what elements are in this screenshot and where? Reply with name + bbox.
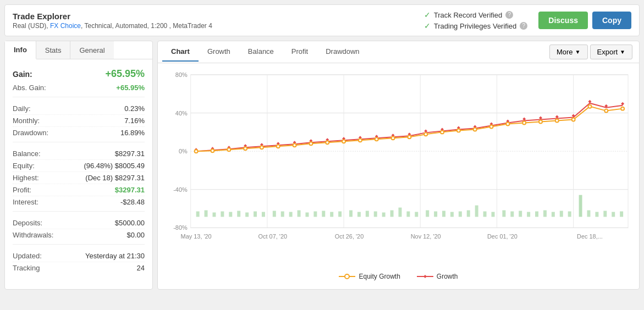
svg-point-117 [572, 118, 575, 121]
abs-gain-value: +65.95% [116, 84, 145, 92]
header: Trade Explorer Real (USD), FX Choice, Te… [4, 4, 640, 36]
left-panel: Info Stats General Gain: +65.95% Abs. Ga… [4, 41, 153, 290]
equity-label: Equity: [13, 162, 35, 170]
performance-section: Daily: 0.23% Monthly: 7.16% Drawdown: 16… [13, 103, 145, 142]
svg-point-110 [457, 129, 460, 132]
svg-point-111 [474, 128, 477, 131]
tracking-label: Tracking [13, 264, 40, 272]
svg-rect-18 [212, 213, 216, 217]
svg-rect-20 [229, 212, 232, 217]
svg-rect-33 [338, 212, 342, 217]
equity-legend-label: Equity Growth [359, 273, 400, 280]
export-label: Export [597, 48, 618, 56]
profit-label: Profit: [13, 186, 31, 194]
daily-value: 0.23% [124, 104, 145, 113]
highest-row: Highest: (Dec 18) $8297.31 [13, 172, 145, 184]
track-record-label: Track Record Verified [434, 11, 503, 19]
header-buttons: Discuss Copy [538, 12, 631, 29]
track-record-verified: ✓ Track Record Verified ? [424, 10, 528, 19]
svg-rect-62 [587, 211, 590, 217]
deposits-row: Deposits: $5000.00 [13, 217, 145, 229]
svg-point-100 [293, 143, 296, 147]
balance-value: $8297.31 [115, 150, 145, 158]
profit-value: $3297.31 [115, 186, 145, 194]
chart-tab-growth[interactable]: Growth [199, 42, 239, 62]
withdrawals-row: Withdrawals: $0.00 [13, 229, 145, 241]
withdrawals-label: Withdrawals: [13, 231, 53, 239]
chart-tab-balance[interactable]: Balance [239, 42, 283, 62]
svg-text:40%: 40% [175, 110, 188, 117]
svg-text:80%: 80% [175, 71, 188, 78]
tab-info[interactable]: Info [5, 41, 36, 59]
chart-tab-profit[interactable]: Profit [283, 42, 317, 62]
export-button[interactable]: Export ▼ [590, 45, 632, 59]
chart-tab-drawdown[interactable]: Drawdown [317, 42, 368, 62]
svg-point-95 [211, 149, 214, 152]
check-icon-2: ✓ [424, 21, 431, 30]
svg-text:Oct 26, '20: Oct 26, '20 [335, 233, 364, 240]
legend-growth: Growth [417, 273, 458, 280]
help-icon-2[interactable]: ? [520, 22, 527, 30]
gain-section: Gain: +65.95% Abs. Gain: +65.95% [13, 66, 145, 97]
svg-rect-54 [519, 211, 522, 217]
more-arrow-icon: ▼ [575, 49, 581, 55]
drawdown-value: 16.89% [120, 129, 145, 137]
interest-value: -$28.48 [120, 198, 145, 206]
updated-value: Yesterday at 21:30 [85, 252, 145, 260]
highest-value: (Dec 18) $8297.31 [85, 174, 145, 182]
highest-label: Highest: [13, 174, 39, 182]
equity-legend-icon [339, 273, 355, 280]
gain-label: Gain: [13, 70, 32, 79]
svg-text:Dec 01, '20: Dec 01, '20 [487, 233, 518, 240]
left-tabs-nav: Info Stats General [5, 41, 152, 59]
header-subtitle: Real (USD), FX Choice, Technical, Automa… [13, 22, 212, 30]
copy-button[interactable]: Copy [592, 12, 631, 29]
growth-legend-icon [417, 273, 433, 280]
svg-rect-66 [620, 212, 623, 217]
svg-rect-60 [568, 212, 571, 217]
svg-text:Nov 12, '20: Nov 12, '20 [411, 233, 441, 240]
drawdown-label: Drawdown: [13, 129, 48, 137]
svg-rect-59 [560, 211, 563, 217]
balance-row: Balance: $8297.31 [13, 148, 145, 160]
svg-point-97 [244, 147, 247, 150]
tracking-value: 24 [137, 264, 145, 272]
svg-rect-35 [357, 212, 361, 217]
svg-rect-25 [273, 211, 276, 217]
svg-point-112 [490, 125, 493, 128]
tab-general[interactable]: General [70, 41, 113, 59]
growth-legend-label: Growth [437, 273, 458, 280]
svg-point-116 [555, 119, 559, 123]
svg-rect-63 [595, 212, 598, 217]
svg-rect-22 [245, 213, 249, 217]
svg-text:Oct 07, '20: Oct 07, '20 [258, 233, 287, 240]
svg-rect-57 [543, 211, 547, 217]
verified-badges: ✓ Track Record Verified ? ✓ Trading Priv… [424, 10, 528, 30]
daily-row: Daily: 0.23% [13, 103, 145, 115]
deposits-label: Deposits: [13, 219, 42, 227]
more-button[interactable]: More ▼ [549, 45, 588, 59]
check-icon-1: ✓ [424, 10, 431, 19]
chart-tab-chart[interactable]: Chart [162, 42, 199, 62]
interest-label: Interest: [13, 198, 38, 206]
fx-choice-link[interactable]: FX Choice [50, 22, 81, 30]
svg-point-115 [539, 120, 542, 124]
svg-point-120 [621, 107, 624, 110]
discuss-button[interactable]: Discuss [538, 12, 588, 29]
svg-rect-41 [406, 212, 410, 217]
svg-point-106 [392, 136, 395, 140]
monthly-label: Monthly: [13, 117, 40, 125]
profit-row: Profit: $3297.31 [13, 184, 145, 196]
monthly-value: 7.16% [124, 117, 145, 125]
interest-row: Interest: -$28.48 [13, 196, 145, 208]
svg-point-102 [326, 141, 329, 144]
svg-rect-44 [434, 212, 437, 217]
tab-stats[interactable]: Stats [36, 41, 71, 59]
svg-rect-56 [535, 212, 538, 217]
svg-text:Dec 18,...: Dec 18,... [577, 233, 603, 240]
help-icon-1[interactable]: ? [505, 11, 513, 19]
svg-point-94 [195, 150, 198, 153]
chart-area: 80% 40% 0% -40% -80% [158, 63, 639, 287]
svg-rect-38 [382, 213, 386, 217]
deposits-section: Deposits: $5000.00 Withdrawals: $0.00 [13, 217, 145, 245]
